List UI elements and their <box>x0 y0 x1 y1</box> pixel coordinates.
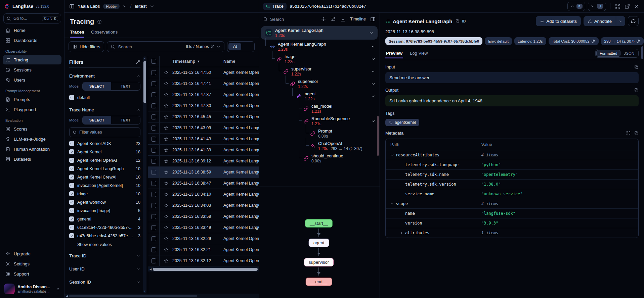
name-column-header[interactable]: Name <box>223 59 259 64</box>
filter-value-checkbox[interactable] <box>69 216 74 221</box>
chevron-down-icon[interactable] <box>136 280 140 284</box>
star-icon[interactable] <box>164 258 169 263</box>
trace-tree-node[interactable]: call_model1.21s <box>259 102 380 115</box>
copy-id-icon[interactable] <box>455 19 460 23</box>
project-name[interactable]: aktest <box>135 4 147 9</box>
open-in-new-button[interactable] <box>624 3 631 10</box>
tab-preview[interactable]: Preview <box>385 51 403 58</box>
table-row[interactable]: 2025-11-13 16:41:39Agent Kernel LangGrap… <box>148 145 259 156</box>
star-icon[interactable] <box>164 148 169 153</box>
filter-value-row[interactable]: Agent workflow10 <box>69 198 140 206</box>
panel-right-icon[interactable] <box>370 16 376 22</box>
graph-node-agent[interactable]: agent <box>309 239 329 247</box>
table-row[interactable]: 2025-11-13 16:47:41Agent Kernel OpenAI <box>148 78 259 89</box>
row-checkbox[interactable] <box>151 181 156 186</box>
filter-value-row[interactable]: Agent Kernel LangGraph10 <box>69 164 140 173</box>
trace-tree-node[interactable]: agent1.22s <box>259 90 380 102</box>
scroll-left-arrow[interactable]: ◀ <box>65 295 69 298</box>
star-icon[interactable] <box>164 103 169 108</box>
tab-traces[interactable]: Traces <box>70 30 84 38</box>
annotate-button[interactable]: Annotate <box>584 16 616 26</box>
chevron-down-icon[interactable] <box>136 267 140 271</box>
row-checkbox[interactable] <box>151 81 156 86</box>
table-row[interactable]: 2025-11-13 16:41:43Agent Kernel LangGrap… <box>148 134 259 145</box>
row-checkbox[interactable] <box>151 203 156 208</box>
scrollbar-thumb[interactable] <box>143 61 146 103</box>
filter-value-checkbox[interactable] <box>69 149 74 154</box>
table-row[interactable]: 2025-11-13 16:45:45Agent Kernel OpenAI <box>148 111 259 122</box>
star-icon[interactable] <box>164 159 169 164</box>
graph-node-end[interactable]: __end__ <box>306 278 332 286</box>
format-json-button[interactable]: JSON <box>620 50 638 57</box>
chevron-down-icon[interactable] <box>371 119 376 123</box>
filter-value-checkbox[interactable] <box>69 208 74 213</box>
star-icon[interactable] <box>164 192 169 197</box>
filter-value-row[interactable]: Agent Kernel CrewAI10 <box>69 173 140 181</box>
row-checkbox[interactable] <box>151 114 156 119</box>
filter-value-checkbox[interactable] <box>69 233 74 238</box>
sidebar-item-scores[interactable]: Scores <box>3 124 61 134</box>
row-checkbox[interactable] <box>151 159 156 164</box>
filter-value-checkbox[interactable] <box>69 183 74 188</box>
tree-search-input[interactable] <box>270 17 307 22</box>
row-checkbox[interactable] <box>151 258 156 263</box>
star-icon[interactable] <box>164 181 169 186</box>
star-icon[interactable] <box>164 70 169 75</box>
chevron-down-icon[interactable] <box>390 201 394 206</box>
close-button[interactable] <box>633 3 640 10</box>
table-row[interactable]: 2025-11-13 16:32:29Agent Kernel OpenAI <box>148 233 259 244</box>
star-icon[interactable] <box>164 247 169 252</box>
goto-button[interactable]: Go to... Ctrl K <box>3 13 61 23</box>
table-row[interactable]: 2025-11-13 16:47:50Agent Kernel OpenAI <box>148 67 259 78</box>
user-menu[interactable]: Amitha Dissan... amitha@yaalalabs... <box>2 282 62 296</box>
sidebar-item-human-annotation[interactable]: Human Annotation <box>3 144 61 154</box>
org-chevron-icon[interactable] <box>123 4 127 8</box>
filter-value-checkbox[interactable] <box>69 141 74 146</box>
copy-icon[interactable] <box>634 88 639 93</box>
chevron-down-icon[interactable] <box>136 254 140 258</box>
chevron-down-icon[interactable] <box>371 69 376 74</box>
star-icon[interactable] <box>164 114 169 119</box>
search-input[interactable] <box>118 44 183 49</box>
filter-value-checkbox[interactable] <box>69 166 74 171</box>
filter-values-input[interactable] <box>79 130 137 135</box>
filter-value-checkbox[interactable] <box>69 225 74 230</box>
row-checkbox[interactable] <box>151 148 156 153</box>
table-row[interactable]: 2025-11-13 16:33:49Agent Kernel LangGrap… <box>148 222 259 233</box>
filter-value-checkbox[interactable] <box>69 175 74 180</box>
table-hscrollbar[interactable]: ◀ <box>148 267 259 271</box>
star-icon[interactable] <box>164 203 169 208</box>
star-icon[interactable] <box>164 126 169 131</box>
star-icon[interactable] <box>164 92 169 97</box>
trace-tree-node[interactable]: supervisor1.22s <box>259 78 380 90</box>
mode-text-button[interactable]: TEXT <box>111 116 140 124</box>
expand-all-icon[interactable] <box>321 16 326 22</box>
trace-tree-node[interactable]: ChatOpenAI1.20s293 → 14 (Σ 307) <box>259 140 380 152</box>
page-hscrollbar-thumb[interactable] <box>69 295 197 297</box>
filter-value-row[interactable]: invocation [AgentKernel]10 <box>69 181 140 190</box>
table-row[interactable]: 2025-11-13 16:34:10Agent Kernel LangGrap… <box>148 189 259 200</box>
format-formatted-button[interactable]: Formatted <box>596 50 620 57</box>
table-row[interactable]: 2025-11-13 16:32:21Agent Kernel OpenAI <box>148 244 259 255</box>
row-checkbox[interactable] <box>151 236 156 241</box>
add-to-datasets-button[interactable]: Add to datasets <box>536 16 581 26</box>
sidebar-item-prompts[interactable]: Prompts <box>3 95 61 104</box>
comments-button[interactable] <box>628 16 639 26</box>
filter-value-row[interactable]: 611e8ce4-722d-460b-8b57-...3 <box>69 223 140 232</box>
graph-node-start[interactable]: __start__ <box>305 219 333 228</box>
chevron-up-icon[interactable] <box>136 108 140 112</box>
filter-value-checkbox[interactable] <box>69 200 74 205</box>
table-row[interactable]: 2025-11-13 16:38:59Agent Kernel LangGrap… <box>148 167 259 178</box>
filter-section-user-id[interactable]: User ID <box>69 264 140 273</box>
select-all-checkbox[interactable] <box>151 59 156 64</box>
filter-value-row[interactable]: general4 <box>69 215 140 223</box>
table-row[interactable]: 2025-11-13 16:38:47Agent Kernel LangGrap… <box>148 178 259 189</box>
filter-value-checkbox[interactable] <box>69 95 74 100</box>
star-icon[interactable] <box>164 236 169 241</box>
row-checkbox[interactable] <box>151 247 156 252</box>
sidebar-item-playground[interactable]: Playground <box>3 105 61 114</box>
search-box[interactable]: IDs / Names <box>107 41 224 52</box>
star-icon[interactable] <box>164 81 169 86</box>
trace-tree-node[interactable]: RunnableSequence1.21s <box>259 115 380 127</box>
sidebar-item-datasets[interactable]: Datasets <box>3 154 61 164</box>
